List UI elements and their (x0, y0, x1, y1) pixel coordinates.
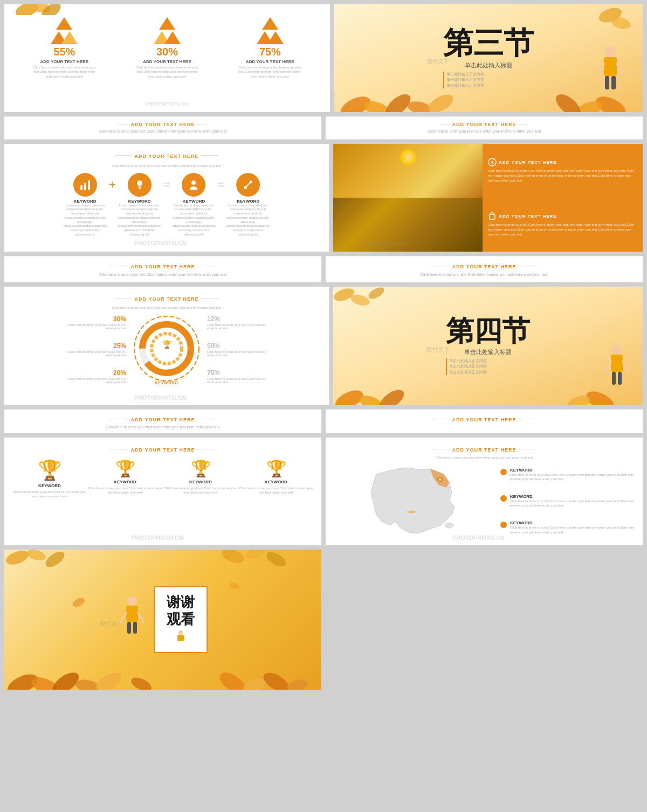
stats-columns: 55% ADD YOUR TEXT HERE Click here to ent… (13, 16, 321, 79)
donut-subtext: Click here to enter your text Click here… (12, 306, 321, 309)
bulb-icon (134, 179, 146, 191)
donut-chart: 🏆 KEYWORD (132, 314, 202, 384)
wheat-row-1: $ ADD YOUR TEXT HERE Click here to enter… (333, 144, 643, 198)
slide-thankyou: 谢谢观看 图竹天下 (4, 550, 321, 690)
slide-donut: —— ADD YOUR TEXT HERE —— Click here to e… (4, 287, 329, 405)
svg-point-76 (244, 550, 265, 561)
pct-right-3: 75% (207, 369, 220, 377)
triangle-icon-2 (148, 16, 186, 46)
slide-addtext5: —— ADD YOUR TEXT HERE —— Click here to e… (4, 410, 321, 433)
icons-header: —— ADD YOUR TEXT HERE —— (12, 150, 321, 160)
svg-marker-3 (56, 17, 72, 30)
svg-rect-57 (612, 372, 616, 385)
left-text-3: Click here to enter your text Click here… (67, 377, 126, 384)
svg-point-59 (445, 523, 453, 528)
left-item-3: 20% Click here to enter your text Click … (67, 367, 126, 384)
svg-rect-32 (138, 186, 141, 188)
info1-body: Click here to enter your text Click here… (488, 169, 637, 183)
svg-point-35 (244, 186, 247, 189)
wrench-icon (242, 179, 254, 191)
svg-point-80 (127, 596, 137, 606)
addtext3-header: —— ADD YOUR TEXT HERE —— (13, 261, 313, 270)
left-column: 90% Click here to enter your text Click … (67, 314, 126, 384)
section3-subtitle: 单击此处输入正文内容单击此处输入正文内容单击此处输入正文内容 (443, 72, 534, 89)
china-map-container (333, 463, 495, 539)
equals-sign-2: = (217, 173, 224, 197)
trophy-label-3: KEYWORD (163, 480, 238, 484)
slide-trophies: —— ADD YOUR TEXT HERE —— 🏆 KEYWORD Click… (4, 438, 321, 545)
addtext6-header: —— ADD YOUR TEXT HERE —— (334, 414, 634, 424)
row-6: —— ADD YOUR TEXT HERE —— Click here to e… (4, 410, 643, 433)
svg-point-66 (93, 669, 125, 690)
keyword-desc-4: Lorem ipsum dolor ailes am, consectetura… (226, 204, 270, 237)
girl-illustration-s3 (594, 45, 627, 101)
svg-point-73 (25, 550, 46, 562)
svg-point-34 (191, 181, 196, 185)
stat-label-2: ADD YOUR TEXT HERE (116, 59, 219, 64)
row-1: 55% ADD YOUR TEXT HERE Click here to ent… (4, 4, 643, 112)
svg-rect-27 (611, 76, 616, 89)
slide-addtext6: —— ADD YOUR TEXT HERE —— (326, 410, 643, 433)
left-item-1: 90% Click here to enter your text Click … (67, 314, 126, 330)
svg-rect-38 (490, 214, 495, 219)
svg-point-71 (286, 677, 309, 690)
slide-section3: 第三节 单击此处输入标题 单击此处输入正文内容单击此处输入正文内容单击此处输入正… (334, 4, 643, 112)
svg-point-74 (43, 550, 67, 570)
slide-section4: 第四节 单击此处输入标题 单击此处输入正文内容单击此处输入正文内容单击此处输入正… (333, 287, 643, 405)
triangle-icon-1 (45, 16, 83, 46)
svg-rect-85 (133, 622, 137, 634)
svg-rect-28 (80, 185, 82, 190)
stat-item-3: 75% ADD YOUR TEXT HERE Click here to ent… (218, 16, 321, 79)
svg-rect-26 (605, 76, 609, 89)
map-content: KEYWORD Click here to enter your text Cl… (333, 463, 635, 539)
svg-point-53 (612, 345, 622, 355)
coins-icon: $ (488, 158, 497, 166)
pct-right-2: 50% (207, 342, 220, 350)
svg-point-67 (129, 675, 154, 690)
svg-rect-87 (177, 635, 184, 641)
chart-icon-circle (73, 173, 97, 197)
row-8: 谢谢观看 图竹天下 (4, 550, 643, 690)
stat-label-3: ADD YOUR TEXT HERE (218, 59, 321, 64)
map-dot-3 (500, 522, 507, 528)
map-kw-text-1: KEYWORD Click here to enter your text Cl… (510, 468, 635, 482)
keyword-4: KEYWORD Lorem ipsum dolor ailes am, cons… (226, 173, 270, 237)
thankyou-text: 谢谢观看 (163, 594, 198, 627)
trophy-desc-1: Click here to enter your text Click here… (12, 490, 87, 499)
keyword-label-1: KEYWORD (64, 199, 107, 204)
svg-rect-54 (611, 355, 623, 372)
trophy-icon-2: 🏆 (87, 459, 163, 478)
equals-sign-1: = (163, 173, 170, 197)
china-map-svg (366, 463, 463, 539)
map-keyword-3: KEYWORD Click here to enter your text Cl… (500, 520, 635, 535)
trophy-item-1: 🏆 KEYWORD Click here to enter your text … (12, 459, 87, 499)
left-text-2: Click here to enter your text Click here… (67, 350, 126, 357)
right-text-2: Click here to enter your text Click here… (207, 350, 266, 357)
chart-icon (79, 179, 91, 191)
keyword-2: KEYWORD Lorem ipsum dolor ailes am, cons… (118, 173, 161, 237)
section3-title: 第三节 (443, 28, 534, 58)
orange-info-1: $ ADD YOUR TEXT HERE Click here to enter… (483, 144, 643, 198)
orange-info-2: ADD YOUR TEXT HERE Click here to enter y… (483, 198, 643, 252)
svg-rect-58 (618, 372, 622, 385)
leaf-top-decor-s3 (589, 4, 632, 47)
trophy-item-3: 🏆 KEYWORD Click here to enter your text … (163, 459, 238, 499)
map-keyword-1: KEYWORD Click here to enter your text Cl… (500, 468, 635, 482)
keyword-desc-2: Lorem ipsum dolor ailes am, consectetura… (118, 204, 161, 237)
right-text-3: Click here to enter your text Click here… (207, 377, 266, 384)
svg-rect-30 (88, 181, 90, 190)
right-item-2: 50% Click here to enter your text Click … (207, 341, 266, 357)
wheat-photo-2 (333, 198, 483, 252)
svg-line-25 (617, 64, 624, 75)
trophies-row: 🏆 KEYWORD Click here to enter your text … (12, 459, 314, 499)
svg-point-61 (439, 478, 441, 481)
addtext2-header: —— ADD YOUR TEXT HERE —— (334, 121, 634, 127)
right-item-3: 75% Click here to enter your text Click … (207, 367, 266, 384)
bag-icon (488, 212, 497, 220)
svg-point-52 (367, 287, 386, 301)
trophy-label-2: KEYWORD (87, 480, 163, 484)
slide-addtext3: —— ADD YOUR TEXT HERE —— Click here to e… (4, 256, 321, 283)
section3-content: 第三节 单击此处输入标题 单击此处输入正文内容单击此处输入正文内容单击此处输入正… (443, 28, 534, 89)
section3-side: 单击此处输入标题 (443, 61, 534, 70)
watermark-icons: PHOTOPHOTO.CN (134, 240, 187, 246)
